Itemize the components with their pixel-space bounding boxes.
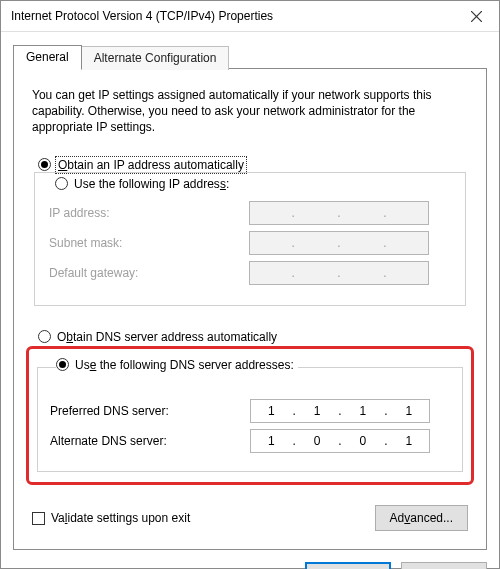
preferred-dns-row: Preferred DNS server: 1. 1. 1. 1 <box>50 399 450 423</box>
close-button[interactable] <box>453 1 499 31</box>
radio-icon <box>55 177 68 190</box>
default-gateway-label: Default gateway: <box>49 266 249 280</box>
validate-label: Validate settings upon exit <box>51 511 190 525</box>
radio-use-following-ip[interactable]: Use the following IP address: <box>55 177 233 191</box>
radio-use-following-dns[interactable]: Use the following DNS server addresses: <box>56 358 298 372</box>
tab-panel-general: You can get IP settings assigned automat… <box>13 68 487 550</box>
radio-label: Use the following IP address: <box>74 177 229 191</box>
default-gateway-input: ... <box>249 261 429 285</box>
ip-address-label: IP address: <box>49 206 249 220</box>
preferred-dns-input[interactable]: 1. 1. 1. 1 <box>250 399 430 423</box>
titlebar: Internet Protocol Version 4 (TCP/IPv4) P… <box>1 1 499 32</box>
close-icon <box>471 11 482 22</box>
radio-icon <box>38 158 51 171</box>
radio-label: Obtain an IP address automatically <box>57 158 245 172</box>
ok-button[interactable]: OK <box>305 562 391 569</box>
radio-obtain-ip-auto[interactable]: Obtain an IP address automatically <box>38 158 468 172</box>
radio-icon <box>38 330 51 343</box>
default-gateway-row: Default gateway: ... <box>49 261 451 285</box>
dialog-buttons: OK Cancel <box>13 550 487 569</box>
alternate-dns-row: Alternate DNS server: 1. 0. 0. 1 <box>50 429 450 453</box>
subnet-mask-row: Subnet mask: ... <box>49 231 451 255</box>
cancel-button[interactable]: Cancel <box>401 562 487 569</box>
validate-checkbox[interactable] <box>32 512 45 525</box>
alternate-dns-input[interactable]: 1. 0. 0. 1 <box>250 429 430 453</box>
tab-general[interactable]: General <box>13 45 82 69</box>
radio-label: Use the following DNS server addresses: <box>75 358 294 372</box>
intro-text: You can get IP settings assigned automat… <box>32 87 468 136</box>
ipv4-properties-dialog: Internet Protocol Version 4 (TCP/IPv4) P… <box>0 0 500 569</box>
subnet-mask-label: Subnet mask: <box>49 236 249 250</box>
ip-address-input: ... <box>249 201 429 225</box>
preferred-dns-label: Preferred DNS server: <box>50 404 250 418</box>
ip-address-group: Use the following IP address: IP address… <box>34 172 466 306</box>
alternate-dns-label: Alternate DNS server: <box>50 434 250 448</box>
radio-icon <box>56 358 69 371</box>
dns-highlight-box: Use the following DNS server addresses: … <box>26 346 474 486</box>
advanced-button[interactable]: Advanced... <box>375 505 468 531</box>
tab-alternate-configuration[interactable]: Alternate Configuration <box>81 46 230 70</box>
radio-obtain-dns-auto[interactable]: Obtain DNS server address automatically <box>38 330 468 344</box>
tabs-bar: General Alternate Configuration <box>13 44 487 68</box>
dialog-body: General Alternate Configuration You can … <box>1 32 499 569</box>
bottom-row: Validate settings upon exit Advanced... <box>32 505 468 531</box>
subnet-mask-input: ... <box>249 231 429 255</box>
dns-server-group: Use the following DNS server addresses: … <box>37 367 463 473</box>
window-title: Internet Protocol Version 4 (TCP/IPv4) P… <box>11 9 453 23</box>
radio-label: Obtain DNS server address automatically <box>57 330 277 344</box>
ip-address-row: IP address: ... <box>49 201 451 225</box>
